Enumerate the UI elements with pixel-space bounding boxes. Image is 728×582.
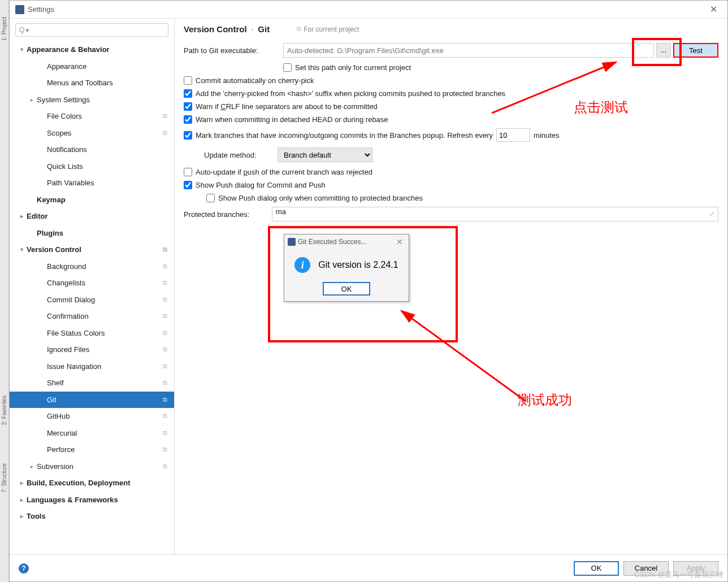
sidebar-item-appearance[interactable]: Appearance <box>10 58 174 75</box>
search-icon: Q <box>19 26 24 34</box>
project-badge-icon: ⧉ <box>163 446 167 453</box>
chevron-icon: ▾ <box>16 46 27 53</box>
sidebar-item-notifications[interactable]: Notifications <box>10 141 174 158</box>
sidebar-item-scopes[interactable]: Scopes⧉ <box>10 125 174 142</box>
commit-auto-checkbox[interactable] <box>184 76 192 85</box>
project-badge-icon: ⧉ <box>163 363 167 370</box>
sidebar-item-languages-frameworks[interactable]: ▸Languages & Frameworks <box>10 492 174 509</box>
copy-icon: ⧉ <box>297 25 301 33</box>
set-path-only-checkbox[interactable] <box>283 63 292 72</box>
watermark: CSDN @菜鸟一号是我实锤 <box>634 570 723 580</box>
close-icon[interactable]: ✕ <box>394 237 405 246</box>
show-push-checkbox[interactable] <box>184 181 192 189</box>
warn-crlf-label: Warn if CRLF line separators are about t… <box>196 102 378 111</box>
show-push-label: Show Push dialog for Commit and Push <box>196 181 326 189</box>
sidebar-item-file-status-colors[interactable]: File Status Colors⧉ <box>10 325 174 342</box>
sidebar-item-tools[interactable]: ▸Tools <box>10 508 174 525</box>
warn-detached-checkbox[interactable] <box>184 115 192 124</box>
dialog-footer: ? OK Cancel Apply <box>10 554 727 581</box>
add-suffix-label: Add the 'cherry-picked from <hash>' suff… <box>196 89 505 98</box>
sidebar-item-version-control[interactable]: ▾Version Control⧉ <box>10 241 174 258</box>
app-icon <box>288 238 296 246</box>
project-badge-icon: ⧉ <box>163 346 167 353</box>
sidebar-item-editor[interactable]: ▸Editor <box>10 208 174 225</box>
sidebar-item-github[interactable]: GitHub⧉ <box>10 408 174 425</box>
chevron-icon: ▸ <box>16 513 27 519</box>
sidebar-item-label: Appearance <box>47 62 86 71</box>
expand-icon[interactable]: ⤢ <box>709 210 714 218</box>
update-method-select[interactable]: Branch default <box>278 147 372 162</box>
mark-branches-checkbox[interactable] <box>184 131 192 140</box>
sidebar-item-label: Menus and Toolbars <box>47 79 113 87</box>
sidebar-item-appearance-behavior[interactable]: ▾Appearance & Behavior <box>10 41 174 58</box>
sidebar-item-label: Quick Lists <box>47 162 83 171</box>
info-icon: i <box>294 257 310 273</box>
auto-update-checkbox[interactable] <box>184 168 192 176</box>
project-badge-icon: ⧉ <box>163 112 167 120</box>
project-badge-icon: ⧉ <box>163 263 167 270</box>
protected-branches-label: Protected branches: <box>184 210 266 219</box>
refresh-interval-input[interactable] <box>496 128 530 142</box>
help-icon[interactable]: ? <box>19 563 29 574</box>
sidebar-item-plugins[interactable]: Plugins <box>10 225 174 242</box>
project-badge-icon: ⧉ <box>163 329 167 337</box>
sidebar-item-perforce[interactable]: Perforce⧉ <box>10 441 174 458</box>
sidebar-item-menus-and-toolbars[interactable]: Menus and Toolbars <box>10 75 174 92</box>
protected-branches-input[interactable]: ma ⤢ <box>272 207 718 221</box>
modal-ok-button[interactable]: OK <box>323 282 370 296</box>
sidebar-item-quick-lists[interactable]: Quick Lists <box>10 158 174 175</box>
project-badge-icon: ⧉ <box>163 429 167 437</box>
sidebar-item-build-execution-deployment[interactable]: ▸Build, Execution, Deployment <box>10 475 174 492</box>
sidebar-item-background[interactable]: Background⧉ <box>10 258 174 275</box>
rail-project[interactable]: 1: Project <box>1 17 7 41</box>
project-badge-icon: ⧉ <box>163 463 167 470</box>
sidebar-item-commit-dialog[interactable]: Commit Dialog⧉ <box>10 292 174 309</box>
show-push-only-checkbox[interactable] <box>206 194 215 202</box>
warn-detached-label: Warn when committing in detached HEAD or… <box>196 115 388 124</box>
add-suffix-checkbox[interactable] <box>184 89 192 98</box>
sidebar-item-label: Version Control <box>27 245 81 254</box>
chevron-icon: ▸ <box>16 213 27 219</box>
sidebar-item-label: Changelists <box>47 279 85 287</box>
ide-left-rail: 1: Project 2: Favorites 7: Structure <box>0 0 9 582</box>
close-icon[interactable]: ✕ <box>705 2 722 17</box>
sidebar-item-label: Subversion <box>37 462 73 471</box>
chevron-right-icon: › <box>252 26 254 33</box>
sidebar-item-label: Appearance & Behavior <box>27 45 110 54</box>
settings-tree: ▾Appearance & BehaviorAppearanceMenus an… <box>10 41 174 554</box>
rail-structure[interactable]: 7: Structure <box>1 463 7 493</box>
sidebar-item-ignored-files[interactable]: Ignored Files⧉ <box>10 341 174 358</box>
content-panel: Version Control › Git ⧉ For current proj… <box>175 19 727 554</box>
sidebar-item-label: Keymap <box>37 196 66 204</box>
sidebar-item-changelists[interactable]: Changelists⧉ <box>10 275 174 292</box>
commit-auto-label: Commit automatically on cherry-pick <box>196 76 314 85</box>
chevron-icon: ▾ <box>16 246 27 253</box>
sidebar-item-label: System Settings <box>37 95 90 104</box>
modal-titlebar: Git Executed Succes... ✕ <box>284 234 409 249</box>
sidebar-item-label: Git <box>47 396 57 404</box>
sidebar-item-label: Languages & Frameworks <box>27 496 118 504</box>
sidebar-item-system-settings[interactable]: ▸System Settings <box>10 92 174 108</box>
test-button[interactable]: Test <box>673 43 718 58</box>
sidebar-item-label: Ignored Files <box>47 345 89 354</box>
sidebar-item-path-variables[interactable]: Path Variables <box>10 175 174 192</box>
git-success-dialog: Git Executed Succes... ✕ i Git version i… <box>284 234 409 302</box>
sidebar-item-issue-navigation[interactable]: Issue Navigation⧉ <box>10 358 174 375</box>
sidebar-item-git[interactable]: Git⧉ <box>10 392 174 409</box>
titlebar: Settings ✕ <box>10 1 727 19</box>
sidebar-item-subversion[interactable]: ▸Subversion⧉ <box>10 458 174 475</box>
sidebar-item-mercurial[interactable]: Mercurial⧉ <box>10 425 174 442</box>
rail-favorites[interactable]: 2: Favorites <box>1 396 7 425</box>
ok-button[interactable]: OK <box>574 561 619 576</box>
sidebar-item-shelf[interactable]: Shelf⧉ <box>10 375 174 392</box>
browse-button[interactable]: ... <box>656 43 671 58</box>
sidebar-item-file-colors[interactable]: File Colors⧉ <box>10 108 174 125</box>
search-input[interactable]: Q▾ <box>15 23 168 37</box>
project-badge-icon: ⧉ <box>163 279 167 286</box>
minutes-label: minutes <box>534 131 560 140</box>
sidebar-item-confirmation[interactable]: Confirmation⧉ <box>10 308 174 325</box>
warn-crlf-checkbox[interactable] <box>184 102 192 111</box>
sidebar-item-keymap[interactable]: Keymap <box>10 192 174 209</box>
git-path-input[interactable] <box>283 43 654 58</box>
breadcrumb-a[interactable]: Version Control <box>184 24 247 34</box>
